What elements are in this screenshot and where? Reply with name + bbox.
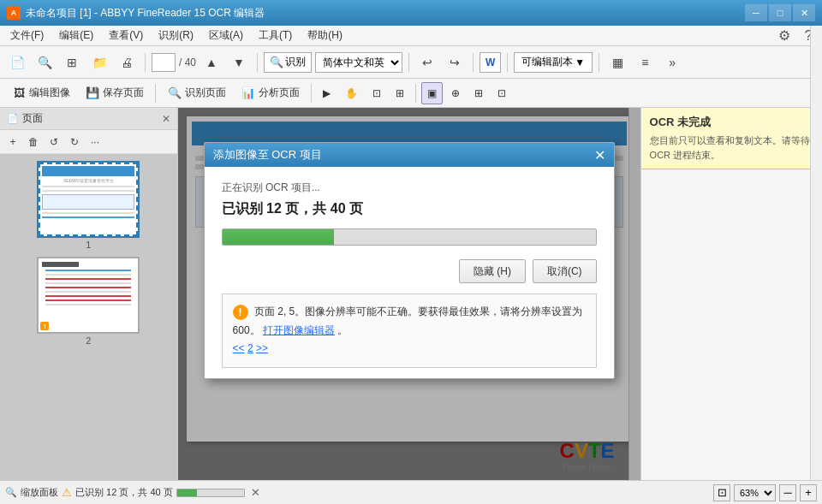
right-panel-content[interactable] <box>641 169 822 480</box>
status-bar-left: 🔍 缩放面板 ⚠ 已识别 12 页，共 40 页 ✕ <box>5 485 710 501</box>
thumb-line <box>45 299 131 301</box>
open-file-button[interactable]: 📁 <box>87 50 111 74</box>
dialog-overlay: 添加图像至 OCR 项目 ✕ 正在识别 OCR 项目... 已识别 12 页，共… <box>178 108 640 480</box>
analyze-page-button[interactable]: 📊 分析页面 <box>235 82 306 104</box>
status-close-button[interactable]: ✕ <box>248 485 264 501</box>
page-down-button[interactable]: ▼ <box>227 50 251 74</box>
menu-area[interactable]: 区域(A) <box>202 27 250 44</box>
page-up-button[interactable]: ▲ <box>200 50 223 74</box>
zoom-fit-button[interactable]: ⊡ <box>713 484 730 501</box>
thumb-content-1: SEEWO设置流量管控平台 <box>39 163 138 236</box>
status-text: 已识别 12 页，共 40 页 <box>75 486 173 499</box>
grid-button[interactable]: ⊞ <box>468 82 489 104</box>
menu-view[interactable]: 查看(V) <box>102 27 150 44</box>
settings-icon[interactable]: ⚙ <box>774 26 795 46</box>
frame-tool-button[interactable]: ⊡ <box>366 82 387 104</box>
panel-header-left: 📄 页面 <box>7 111 43 126</box>
expand-button[interactable]: ⊞ <box>390 82 410 104</box>
window-controls: ─ □ ✕ <box>745 4 815 21</box>
scan-button[interactable]: 🔍 <box>33 50 57 74</box>
layers-button[interactable]: ⊞ <box>60 50 84 74</box>
thumb-line <box>45 270 131 271</box>
thumb-line <box>45 304 131 305</box>
warning-icon: ! <box>233 305 248 320</box>
thumb-line <box>42 212 134 214</box>
nav-next-link[interactable]: >> <box>256 342 268 354</box>
thumb-line <box>45 278 131 280</box>
panel-close-button[interactable]: ✕ <box>162 113 170 125</box>
edit-image-label: 编辑图像 <box>29 86 70 100</box>
zoom-minus-button[interactable]: ─ <box>779 484 796 501</box>
menu-recognize[interactable]: 识别(R) <box>152 27 200 44</box>
status-progress-fill <box>177 489 197 496</box>
mode-select[interactable]: 可编辑副本 ▼ <box>514 52 593 73</box>
zoom-plus-button[interactable]: + <box>800 484 817 501</box>
thumbnail-image-1[interactable]: SEEWO设置流量管控平台 <box>37 161 140 238</box>
grid-view-button[interactable]: ▦ <box>605 50 629 74</box>
more-button[interactable]: » <box>660 50 684 74</box>
thumbnail-item[interactable]: SEEWO设置流量管控平台 1 <box>3 161 174 250</box>
rotate-right-button[interactable]: ↻ <box>65 133 84 151</box>
thumbnail-item-2[interactable]: ! 2 <box>3 257 174 346</box>
edit-image-button[interactable]: 🖼 编辑图像 <box>5 82 76 104</box>
dialog-close-button[interactable]: ✕ <box>594 147 605 163</box>
open-image-editor-link[interactable]: 打开图像编辑器 <box>263 324 335 336</box>
menu-tools[interactable]: 工具(T) <box>252 27 299 44</box>
word-button[interactable]: W <box>480 52 501 73</box>
menu-file[interactable]: 文件(F) <box>3 27 51 44</box>
separator4 <box>473 53 474 72</box>
dialog-progress-label: 已识别 12 页，共 40 页 <box>222 200 597 218</box>
recognize-page-button[interactable]: 🔍 识别页面 <box>161 82 232 104</box>
recognize-button[interactable]: 🔍 识别 <box>264 52 312 73</box>
dialog-body: 正在识别 OCR 项目... 已识别 12 页，共 40 页 隐藏 (H) 取消… <box>205 167 614 378</box>
undo-button[interactable]: ↩ <box>415 50 439 74</box>
select-tool-button[interactable]: ▶ <box>317 82 337 104</box>
close-button[interactable]: ✕ <box>793 4 815 21</box>
menu-help[interactable]: 帮助(H) <box>301 27 349 44</box>
hand-tool-button[interactable]: ✋ <box>339 82 364 104</box>
delete-page-button[interactable]: 🗑 <box>24 133 43 151</box>
set-area-button[interactable]: ⊕ <box>445 82 466 104</box>
thumbnail-image-2[interactable]: ! <box>37 257 140 334</box>
thumb-line <box>42 186 134 187</box>
separator5 <box>507 53 508 72</box>
ocr-notice-text: 您目前只可以查看和复制文本。请等待 OCR 进程结束。 <box>650 133 813 162</box>
language-select[interactable]: 简体中文和英 <box>315 52 402 73</box>
right-scrollbar[interactable] <box>810 26 822 480</box>
dialog-warning-box: ! 页面 2, 5。图像分辨率可能不正确。要获得最佳效果，请将分辨率设置为 60… <box>222 294 597 368</box>
nav-page-link[interactable]: 2 <box>247 342 253 354</box>
thumb-line <box>45 282 131 284</box>
dialog-title: 添加图像至 OCR 项目 <box>213 147 322 163</box>
rotate-left-button[interactable]: ↺ <box>45 133 63 151</box>
panel-toolbar: + 🗑 ↺ ↻ ··· <box>0 130 177 154</box>
hide-button[interactable]: 隐藏 (H) <box>459 259 526 283</box>
separator <box>145 53 146 72</box>
list-view-button[interactable]: ≡ <box>633 50 657 74</box>
redo-button[interactable]: ↪ <box>443 50 467 74</box>
thumb-line-blue <box>42 216 134 218</box>
cancel-button[interactable]: 取消(C) <box>533 259 597 283</box>
thumb-header-1 <box>42 166 134 176</box>
add-page-button[interactable]: + <box>3 133 22 151</box>
more-actions-button[interactable]: ··· <box>86 133 104 151</box>
minimize-button[interactable]: ─ <box>745 4 767 21</box>
dialog-title-bar: 添加图像至 OCR 项目 ✕ <box>205 143 614 167</box>
thumb-line <box>45 291 131 293</box>
nav-prev-link[interactable]: << <box>233 342 245 354</box>
save-page-button[interactable]: 💾 保存页面 <box>79 82 150 104</box>
zoom-select[interactable]: 63% <box>734 484 776 501</box>
save-page-label: 保存页面 <box>103 86 144 100</box>
split-button[interactable]: ⊡ <box>491 82 512 104</box>
thumbnail-label-2: 2 <box>86 335 91 346</box>
panel-header: 📄 页面 ✕ <box>0 108 177 130</box>
new-doc-button[interactable]: 📄 <box>5 50 29 74</box>
separator7 <box>155 84 156 103</box>
dialog-status-text: 正在识别 OCR 项目... <box>222 181 597 195</box>
page-number-input[interactable]: 1 <box>152 53 176 72</box>
select-rect-button[interactable]: ▣ <box>421 82 443 104</box>
menu-edit[interactable]: 编辑(E) <box>52 27 100 44</box>
title-bar-left: A 未命名项目 [1] - ABBYY FineReader 15 OCR 编辑… <box>7 6 265 21</box>
print-button[interactable]: 🖨 <box>115 50 139 74</box>
ocr-notice: OCR 未完成 您目前只可以查看和复制文本。请等待 OCR 进程结束。 <box>641 108 822 169</box>
restore-button[interactable]: □ <box>769 4 791 21</box>
